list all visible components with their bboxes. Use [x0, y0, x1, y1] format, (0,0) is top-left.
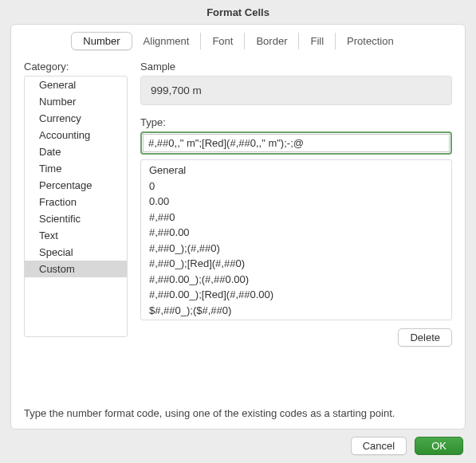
category-general[interactable]: General — [25, 77, 127, 93]
format-item[interactable]: General — [141, 163, 451, 179]
format-item[interactable]: $#,##0_);[Red]($#,##0) — [141, 318, 451, 320]
tab-fill[interactable]: Fill — [299, 33, 336, 49]
category-time[interactable]: Time — [25, 160, 127, 177]
format-item[interactable]: $#,##0_);($#,##0) — [141, 303, 451, 319]
tab-protection[interactable]: Protection — [336, 33, 405, 49]
format-item[interactable]: 0 — [141, 179, 451, 194]
format-item[interactable]: #,##0.00 — [141, 225, 451, 241]
ok-button[interactable]: OK — [415, 437, 463, 455]
format-item[interactable]: #,##0.00_);(#,##0.00) — [141, 272, 451, 288]
dialog-title: Format Cells — [0, 0, 476, 26]
category-list[interactable]: General Number Currency Accounting Date … — [24, 76, 128, 337]
hint-text: Type the number format code, using one o… — [24, 407, 452, 419]
format-item[interactable]: #,##0_);[Red](#,##0) — [141, 256, 451, 272]
format-item[interactable]: #,##0 — [141, 210, 451, 226]
type-input-wrap — [140, 131, 452, 155]
format-item[interactable]: #,##0.00_);[Red](#,##0.00) — [141, 287, 451, 303]
tab-alignment[interactable]: Alignment — [132, 33, 202, 49]
tab-number[interactable]: Number — [71, 32, 132, 50]
tab-border[interactable]: Border — [245, 33, 299, 49]
category-scientific[interactable]: Scientific — [25, 210, 127, 227]
format-list[interactable]: General 0 0.00 #,##0 #,##0.00 #,##0_);(#… — [140, 159, 452, 320]
category-number[interactable]: Number — [25, 93, 127, 110]
category-fraction[interactable]: Fraction — [25, 194, 127, 210]
sample-label: Sample — [140, 61, 452, 73]
category-percentage[interactable]: Percentage — [25, 177, 127, 194]
category-special[interactable]: Special — [25, 244, 127, 261]
delete-button[interactable]: Delete — [398, 328, 452, 347]
category-accounting[interactable]: Accounting — [25, 127, 127, 143]
dialog-panel: Number Alignment Font Border Fill Protec… — [10, 24, 466, 430]
category-text[interactable]: Text — [25, 227, 127, 244]
dialog-footer: Cancel OK — [351, 437, 463, 455]
type-label: Type: — [140, 116, 452, 128]
category-custom[interactable]: Custom — [25, 261, 127, 277]
type-input[interactable] — [143, 134, 450, 152]
category-label: Category: — [24, 61, 128, 73]
category-date[interactable]: Date — [25, 143, 127, 160]
cancel-button[interactable]: Cancel — [351, 437, 407, 455]
sample-value: 999,700 m — [140, 76, 452, 105]
tab-bar: Number Alignment Font Border Fill Protec… — [24, 33, 452, 49]
format-item[interactable]: 0.00 — [141, 194, 451, 210]
tab-font[interactable]: Font — [201, 33, 245, 49]
format-item[interactable]: #,##0_);(#,##0) — [141, 241, 451, 257]
category-currency[interactable]: Currency — [25, 110, 127, 127]
